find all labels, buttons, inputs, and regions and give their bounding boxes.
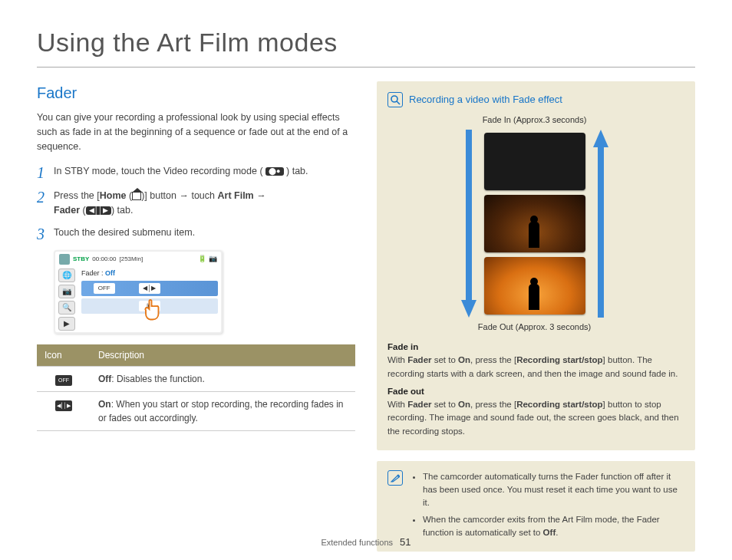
th-desc: Description xyxy=(91,344,355,367)
step-1: 1 In STBY mode, touch the Video recordin… xyxy=(37,164,355,181)
fade-in-caption: Fade In (Approx.3 seconds) xyxy=(387,114,681,127)
stby-label: STBY xyxy=(73,255,89,264)
step-number: 1 xyxy=(37,164,54,181)
step2-fader: Fader xyxy=(54,205,80,216)
step-3: 3 Touch the desired submenu item. xyxy=(37,226,355,242)
scr-menu-button: 📷 xyxy=(58,285,75,298)
arrow-icon: → xyxy=(254,190,266,201)
scr-fader-label: Fader : xyxy=(81,269,104,277)
fader-icon: ◀││▶ xyxy=(86,206,111,215)
step2-d: touch xyxy=(189,190,218,201)
fade-effect-panel: Recording a video with Fade effect Fade … xyxy=(377,81,695,450)
scr-opt-on: ◀│▶ xyxy=(139,283,160,294)
fade-in-desc: With Fader set to On, press the [Recordi… xyxy=(387,354,681,380)
step2-f: ) tab. xyxy=(111,205,134,216)
frame-dark xyxy=(484,133,585,190)
scr-option-strip: OFF ◀│▶ xyxy=(81,281,218,296)
svg-marker-4 xyxy=(593,130,608,147)
step-2: 2 Press the [Home ()] button → touch Art… xyxy=(37,189,355,218)
magnifier-icon xyxy=(387,92,403,107)
note-icon xyxy=(387,470,403,486)
scr-zoom-button: 🔍 xyxy=(58,301,75,315)
r1-text: : Disables the function. xyxy=(111,374,204,384)
arrow-icon: → xyxy=(179,190,189,201)
fade-out-desc: With Fader set to On, press the [Recordi… xyxy=(387,398,681,438)
fade-out-heading: Fade out xyxy=(387,385,681,398)
r2-text: : When you start or stop recording, the … xyxy=(98,399,344,423)
step2-c: )] button xyxy=(141,190,179,201)
arrow-up-icon xyxy=(593,130,608,318)
step-number: 3 xyxy=(37,226,54,242)
intro-text: You can give your recording a profession… xyxy=(37,110,355,153)
scr-fader-value: Off xyxy=(105,269,115,277)
step2-b: ( xyxy=(126,190,132,201)
page-footer: Extended functions 51 xyxy=(0,535,732,550)
off-icon: OFF xyxy=(55,375,72,386)
step1-text-b: ) tab. xyxy=(286,166,308,176)
svg-rect-5 xyxy=(598,145,604,318)
table-row: OFF Off: Disables the function. xyxy=(37,366,355,391)
step2-artfilm: Art Film xyxy=(218,190,254,201)
video-mode-icon: ⬤● xyxy=(265,167,283,176)
footer-page-number: 51 xyxy=(400,536,411,548)
scr-back-button: 🌐 xyxy=(58,268,75,282)
page-title: Using the Art Film modes xyxy=(37,23,695,68)
panel-title: Recording a video with Fade effect xyxy=(409,92,562,107)
svg-line-1 xyxy=(397,101,400,104)
r2-bold: On xyxy=(98,399,111,410)
svg-point-0 xyxy=(391,96,397,102)
frame-bright xyxy=(484,257,585,315)
camcorder-screenshot: STBY 00:00:00 [253Min] 🔋 📷 🌐 📷 🔍 ▶ Fader… xyxy=(54,250,223,334)
svg-marker-3 xyxy=(461,300,476,318)
thumb-icon xyxy=(59,254,70,265)
scr-opt-off: OFF xyxy=(94,283,115,294)
th-icon: Icon xyxy=(37,344,91,367)
home-icon xyxy=(132,192,141,200)
step2-home: Home xyxy=(100,190,127,201)
step-number: 2 xyxy=(37,189,54,206)
fade-out-caption: Fade Out (Approx. 3 seconds) xyxy=(387,321,681,334)
on-icon: ◀││▶ xyxy=(55,400,72,411)
table-row: ◀││▶ On: When you start or stop recordin… xyxy=(37,391,355,430)
svg-rect-2 xyxy=(466,130,472,302)
note-item-1: The camcorder automatically turns the Fa… xyxy=(423,470,683,510)
step2-e: ( xyxy=(80,205,86,216)
footer-section: Extended functions xyxy=(321,538,393,547)
scr-play-button: ▶ xyxy=(58,317,75,331)
arrow-down-icon xyxy=(461,130,476,318)
r1-bold: Off xyxy=(98,374,111,384)
desc-table: Icon Description OFF Off: Disables the f… xyxy=(37,344,355,431)
step3-text: Touch the desired submenu item. xyxy=(54,226,355,240)
section-heading-fader: Fader xyxy=(37,81,355,104)
remain-label: [253Min] xyxy=(119,255,143,264)
fade-in-heading: Fade in xyxy=(387,341,681,354)
touch-hand-icon xyxy=(141,298,164,321)
step1-text-a: In STBY mode, touch the Video recording … xyxy=(54,166,263,176)
step2-a: Press the [ xyxy=(54,190,100,201)
time-label: 00:00:00 xyxy=(92,255,116,264)
frame-mid xyxy=(484,195,585,252)
